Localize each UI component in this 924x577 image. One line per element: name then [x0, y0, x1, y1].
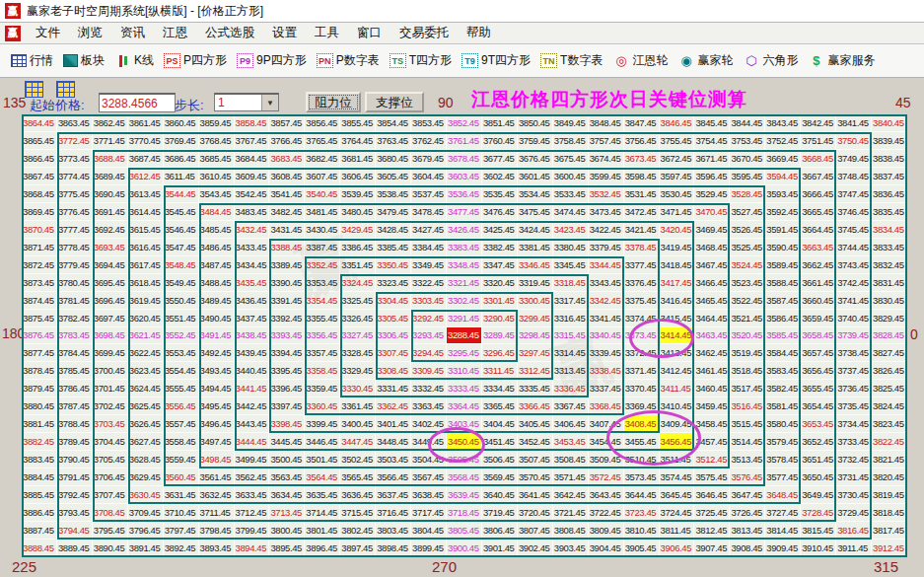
price-cell[interactable]: 3844.45 — [730, 114, 765, 132]
price-cell[interactable]: 3515.45 — [730, 415, 765, 433]
price-cell[interactable]: 3832.45 — [872, 256, 907, 274]
price-cell[interactable]: 3768.45 — [199, 132, 235, 150]
price-cell[interactable]: 3697.45 — [93, 310, 128, 327]
price-cell[interactable]: 3692.45 — [93, 221, 128, 239]
price-cell[interactable]: 3826.45 — [872, 362, 907, 380]
price-cell[interactable]: 3756.45 — [624, 132, 660, 150]
price-cell[interactable]: 3347.45 — [482, 256, 518, 274]
price-cell[interactable]: 3570.45 — [518, 469, 553, 486]
price-cell[interactable]: 3856.45 — [305, 114, 340, 132]
price-cell[interactable]: 3700.45 — [93, 362, 128, 380]
start-price-input[interactable] — [99, 93, 176, 112]
price-cell[interactable]: 3782.45 — [57, 310, 93, 327]
price-cell[interactable]: 3596.45 — [694, 168, 730, 185]
price-cell[interactable]: 3406.45 — [553, 415, 589, 433]
price-cell[interactable]: 3654.45 — [801, 397, 836, 415]
price-cell[interactable]: 3297.45 — [518, 344, 553, 362]
price-cell[interactable]: 3825.45 — [872, 380, 907, 397]
menu-item-3[interactable]: 资讯 — [111, 23, 154, 43]
price-cell[interactable]: 3291.45 — [447, 310, 482, 327]
price-cell[interactable]: 3304.45 — [376, 292, 411, 310]
price-cell[interactable]: 3492.45 — [199, 344, 235, 362]
price-cell[interactable]: 3647.45 — [730, 486, 765, 504]
price-cell[interactable]: 3445.45 — [269, 433, 305, 451]
price-cell[interactable]: 3745.45 — [836, 221, 872, 239]
price-cell[interactable]: 3415.45 — [660, 310, 695, 327]
price-cell[interactable]: 3732.45 — [836, 451, 872, 469]
price-cell[interactable]: 3773.45 — [57, 150, 93, 168]
price-cell[interactable]: 3402.45 — [411, 415, 447, 433]
price-cell[interactable]: 3701.45 — [93, 380, 128, 397]
price-cell[interactable]: 3331.45 — [376, 380, 411, 397]
price-cell[interactable]: 3871.45 — [22, 239, 57, 256]
price-cell[interactable]: 3435.45 — [235, 274, 270, 292]
price-cell[interactable]: 3344.45 — [589, 256, 624, 274]
price-cell[interactable]: 3668.45 — [801, 150, 836, 168]
price-cell[interactable]: 3434.45 — [235, 256, 270, 274]
price-cell[interactable]: 3823.45 — [872, 415, 907, 433]
price-cell[interactable]: 3615.45 — [128, 221, 164, 239]
price-cell[interactable]: 3657.45 — [801, 344, 836, 362]
price-cell[interactable]: 3411.45 — [660, 380, 695, 397]
price-cell[interactable]: 3555.45 — [164, 380, 199, 397]
price-cell[interactable]: 3714.45 — [305, 504, 340, 522]
price-cell[interactable]: 3718.45 — [447, 504, 482, 522]
price-cell[interactable]: 3396.45 — [269, 380, 305, 397]
price-cell[interactable]: 3436.45 — [235, 292, 270, 310]
price-cell[interactable]: 3537.45 — [411, 185, 447, 203]
price-cell[interactable]: 3766.45 — [269, 132, 305, 150]
price-cell[interactable]: 3521.45 — [730, 310, 765, 327]
price-cell[interactable]: 3758.45 — [553, 132, 589, 150]
price-cell[interactable]: 3887.45 — [22, 522, 57, 540]
price-cell[interactable]: 3333.45 — [447, 380, 482, 397]
price-cell[interactable]: 3460.45 — [694, 380, 730, 397]
price-cell[interactable]: 3791.45 — [57, 469, 93, 486]
price-cell[interactable]: 3713.45 — [269, 504, 305, 522]
price-cell[interactable]: 3300.45 — [518, 292, 553, 310]
price-cell[interactable]: 3372.45 — [624, 344, 660, 362]
price-cell[interactable]: 3723.45 — [624, 504, 660, 522]
price-cell[interactable]: 3767.45 — [235, 132, 270, 150]
price-cell[interactable]: 3613.45 — [128, 185, 164, 203]
price-cell[interactable]: 3682.45 — [305, 150, 340, 168]
price-cell[interactable]: 3783.45 — [57, 327, 93, 345]
price-cell[interactable]: 3805.45 — [447, 522, 482, 540]
price-cell[interactable]: 3863.45 — [57, 114, 93, 132]
price-cell[interactable]: 3293.45 — [411, 327, 447, 345]
price-cell[interactable]: 3686.45 — [164, 150, 199, 168]
price-cell[interactable]: 3562.45 — [235, 469, 270, 486]
price-cell[interactable]: 3708.45 — [93, 504, 128, 522]
price-cell[interactable]: 3633.45 — [235, 486, 270, 504]
menu-item-6[interactable]: 设置 — [263, 23, 306, 43]
price-cell[interactable]: 3522.45 — [730, 292, 765, 310]
price-cell[interactable]: 3779.45 — [57, 256, 93, 274]
price-cell[interactable]: 3589.45 — [765, 256, 801, 274]
price-cell[interactable]: 3595.45 — [730, 168, 765, 185]
price-cell[interactable]: 3485.45 — [199, 221, 235, 239]
price-cell[interactable]: 3467.45 — [694, 256, 730, 274]
price-cell[interactable]: 3428.45 — [376, 221, 411, 239]
price-cell[interactable]: 3612.45 — [128, 168, 164, 185]
price-cell[interactable]: 3384.45 — [411, 239, 447, 256]
price-cell[interactable]: 3672.45 — [660, 150, 695, 168]
price-cell[interactable]: 3637.45 — [376, 486, 411, 504]
price-cell[interactable]: 3868.45 — [22, 185, 57, 203]
price-cell[interactable]: 3451.45 — [482, 433, 518, 451]
price-cell[interactable]: 3569.45 — [482, 469, 518, 486]
price-cell[interactable]: 3862.45 — [93, 114, 128, 132]
price-cell[interactable]: 3847.45 — [624, 114, 660, 132]
price-cell[interactable]: 3610.45 — [199, 168, 235, 185]
resistance-button[interactable]: 阻力位 — [306, 92, 361, 112]
price-cell[interactable]: 3317.45 — [553, 292, 589, 310]
price-cell[interactable]: 3684.45 — [235, 150, 270, 168]
price-cell[interactable]: 3818.45 — [872, 504, 907, 522]
price-cell[interactable]: 3893.45 — [199, 540, 235, 557]
price-cell[interactable]: 3318.45 — [553, 274, 589, 292]
price-cell[interactable]: 3543.45 — [199, 185, 235, 203]
price-cell[interactable]: 3458.45 — [694, 415, 730, 433]
price-cell[interactable]: 3816.45 — [836, 522, 872, 540]
price-cell[interactable]: 3604.45 — [411, 168, 447, 185]
price-cell[interactable]: 3808.45 — [553, 522, 589, 540]
price-cell[interactable]: 3398.45 — [269, 415, 305, 433]
price-cell[interactable]: 3410.45 — [660, 397, 695, 415]
